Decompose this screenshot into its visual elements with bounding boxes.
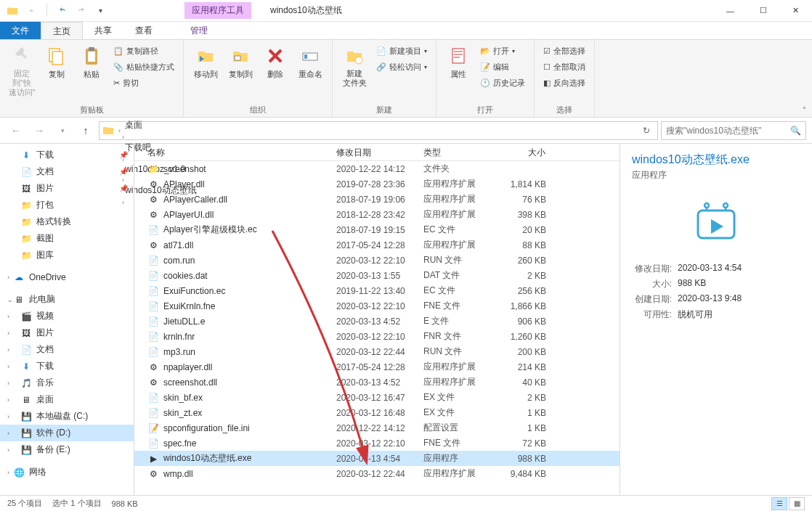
chevron-right-icon[interactable]: › (7, 346, 9, 353)
chevron-down-icon[interactable]: ⌄ (7, 296, 13, 303)
file-row[interactable]: 📄skin_zt.ex2020-03-12 16:48EX 文件1 KB (134, 405, 620, 420)
tab-view[interactable]: 查看 (123, 22, 164, 39)
column-size[interactable]: 大小 (498, 144, 552, 160)
file-row[interactable]: ⚙wmp.dll2020-03-12 22:44应用程序扩展9,484 KB (134, 466, 620, 481)
file-row[interactable]: 📄spec.fne2020-03-12 22:10FNE 文件72 KB (134, 436, 620, 451)
select-none-button[interactable]: ☐全部取消 (540, 59, 588, 75)
nav-documents[interactable]: 📄文档📌 (0, 163, 134, 180)
copy-path-button[interactable]: 📋复制路径 (110, 43, 177, 59)
minimize-button[interactable]: — (714, 0, 747, 22)
select-all-button[interactable]: ☑全部选择 (540, 43, 588, 59)
nav-backup-e[interactable]: ›💾备份 (E:) (0, 441, 134, 458)
nav-videos[interactable]: ›🎬视频 (0, 308, 134, 324)
nav-this-pc[interactable]: ⌄🖥此电脑 (0, 291, 134, 308)
properties-button[interactable]: 属性 (442, 43, 474, 91)
tab-file[interactable]: 文件 (0, 22, 41, 39)
invert-selection-button[interactable]: ◧反向选择 (540, 75, 588, 91)
nav-pictures[interactable]: 🖼图片📌 (0, 180, 134, 197)
file-row[interactable]: 📄krnln.fnr2020-03-12 22:10FNR 文件1,260 KB (134, 329, 620, 344)
breadcrumb-segment[interactable]: 桌面 (122, 119, 200, 131)
forward-button[interactable]: → (29, 120, 49, 141)
nav-documents2[interactable]: ›📄文档 (0, 341, 134, 358)
history-button[interactable]: 🕐历史记录 (477, 75, 528, 91)
nav-screenshot[interactable]: 📁截图 (0, 230, 134, 247)
file-row[interactable]: 📄com.run2020-03-12 22:10RUN 文件260 KB (134, 253, 620, 268)
rename-button[interactable]: 重命名 (294, 43, 326, 81)
chevron-right-icon[interactable]: › (7, 313, 9, 320)
edit-button[interactable]: 📝编辑 (477, 59, 528, 75)
file-row[interactable]: 📄mp3.run2020-03-12 22:44RUN 文件200 KB (134, 344, 620, 359)
chevron-right-icon[interactable]: › (7, 413, 9, 420)
chevron-right-icon[interactable]: › (7, 380, 9, 387)
nav-music[interactable]: ›🎵音乐 (0, 375, 134, 391)
tab-home[interactable]: 主页 (41, 22, 83, 39)
easy-access-button[interactable]: 🔗轻松访问▾ (373, 59, 430, 75)
file-row[interactable]: 📄skin_bf.ex2020-03-12 16:47EX 文件2 KB (134, 390, 620, 405)
file-row[interactable]: 📄JietuDLL.e2020-03-13 4:52E 文件906 KB (134, 314, 620, 329)
new-item-button[interactable]: 📄新建项目▾ (373, 43, 430, 59)
copy-to-button[interactable]: 复制到 (224, 43, 256, 81)
nav-downloads2[interactable]: ›⬇下载 (0, 358, 134, 375)
recent-button[interactable]: ▾ (52, 120, 73, 141)
column-date[interactable]: 修改日期 (330, 144, 418, 160)
cut-button[interactable]: ✂剪切 (110, 75, 177, 91)
file-row[interactable]: ⚙screenshot.dll2020-03-13 4:52应用程序扩展40 K… (134, 375, 620, 390)
file-row[interactable]: 📝spconfiguration_file.ini2020-12-22 14:1… (134, 420, 620, 436)
up-button[interactable]: ↑ (76, 120, 96, 141)
column-name[interactable]: 名称 (142, 144, 330, 160)
delete-button[interactable]: 删除 (259, 43, 291, 81)
chevron-right-icon[interactable]: › (7, 446, 9, 454)
breadcrumb[interactable]: › 此电脑›软件 (D:)›tools›桌面›下载吧›win10dtbz_v1.… (99, 121, 658, 140)
file-row[interactable]: 📄cookies.dat2020-03-13 1:55DAT 文件2 KB (134, 268, 620, 283)
file-row[interactable]: 📁screenshot2020-12-22 14:12文件夹 (134, 161, 620, 176)
tab-manage[interactable]: 管理 (179, 22, 219, 39)
paste-button[interactable]: 粘贴 (76, 43, 107, 99)
nav-network[interactable]: ›🌐网络 (0, 464, 134, 481)
file-row[interactable]: 📄ExuiKrnln.fne2020-03-12 22:10FNE 文件1,86… (134, 298, 620, 314)
chevron-right-icon[interactable]: › (118, 127, 121, 134)
back-button[interactable]: ← (6, 120, 26, 141)
nav-pictures2[interactable]: ›🖼图片 (0, 324, 134, 341)
chevron-right-icon[interactable]: › (7, 363, 9, 370)
nav-package[interactable]: 📁打包 (0, 197, 134, 213)
tab-share[interactable]: 共享 (83, 22, 123, 39)
search-box[interactable]: 🔍 (661, 121, 806, 140)
qat-redo[interactable] (73, 3, 89, 19)
file-row[interactable]: ⚙APlayerUI.dll2018-12-28 23:42应用程序扩展398 … (134, 207, 620, 222)
nav-downloads[interactable]: ⬇下载📌 (0, 147, 134, 163)
qat-dropdown[interactable]: ▾ (92, 3, 108, 19)
chevron-right-icon[interactable]: › (7, 274, 9, 281)
nav-local-c[interactable]: ›💾本地磁盘 (C:) (0, 408, 134, 425)
chevron-right-icon[interactable]: › (7, 430, 9, 437)
new-folder-button[interactable]: 新建 文件夹 (338, 43, 370, 89)
chevron-right-icon[interactable]: › (7, 330, 9, 337)
nav-onedrive[interactable]: ›☁OneDrive (0, 269, 134, 285)
move-to-button[interactable]: 移动到 (190, 43, 222, 81)
nav-desktop[interactable]: ›🖥桌面 (0, 391, 134, 408)
nav-format-convert[interactable]: 📁格式转换 (0, 213, 134, 230)
file-row[interactable]: ⚙APlayer.dll2019-07-28 23:36应用程序扩展1,814 … (134, 176, 620, 192)
file-row[interactable]: ⚙atl71.dll2017-05-24 12:28应用程序扩展88 KB (134, 237, 620, 253)
chevron-right-icon[interactable]: › (7, 396, 9, 404)
file-row[interactable]: 📄Aplayer引擎超级模块.ec2018-07-19 19:15EC 文件20… (134, 222, 620, 237)
open-button[interactable]: 📂打开▾ (477, 43, 528, 59)
chevron-right-icon[interactable]: › (7, 469, 9, 476)
file-row[interactable]: 📄ExuiFunction.ec2019-11-22 13:40EC 文件256… (134, 283, 620, 298)
search-icon[interactable]: 🔍 (790, 126, 801, 136)
collapse-ribbon-button[interactable]: ˄ (803, 106, 806, 114)
search-input[interactable] (666, 126, 787, 136)
file-row[interactable]: ⚙npaplayer.dll2017-05-24 12:28应用程序扩展214 … (134, 359, 620, 375)
copy-button[interactable]: 复制 (41, 43, 73, 99)
file-row[interactable]: ▶windos10动态壁纸.exe2020-03-13 4:54应用程序988 … (134, 451, 620, 466)
maximize-button[interactable]: ☐ (747, 0, 779, 22)
icons-view-button[interactable]: ▦ (789, 497, 805, 510)
details-view-button[interactable]: ☰ (771, 497, 787, 510)
qat-properties[interactable]: ▫ (23, 3, 39, 19)
nav-images[interactable]: 📁图库 (0, 247, 134, 263)
paste-shortcut-button[interactable]: 📎粘贴快捷方式 (110, 59, 177, 75)
refresh-button[interactable]: ↻ (638, 126, 654, 136)
column-type[interactable]: 类型 (418, 144, 498, 160)
pin-to-quick-access-button[interactable]: 固定到"快 速访问" (6, 43, 38, 99)
chevron-right-icon[interactable]: › (122, 134, 124, 141)
close-button[interactable]: ✕ (779, 0, 812, 22)
